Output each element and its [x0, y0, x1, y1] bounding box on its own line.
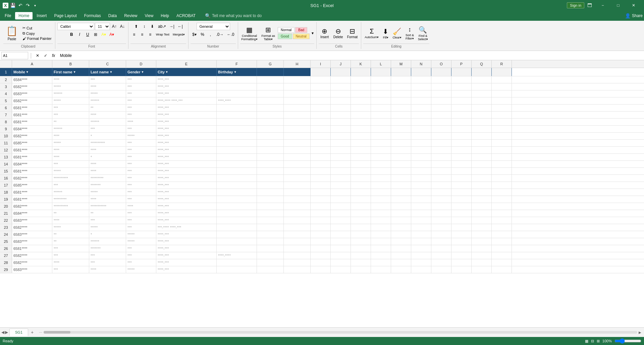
row-num-7[interactable]: 7 [0, 112, 12, 118]
cell-r7-c2[interactable]: **** [89, 112, 126, 118]
cell-r9-c0[interactable]: 6584**** [12, 126, 52, 132]
indent-increase-button[interactable]: →| [168, 23, 176, 30]
cell-r17-c8[interactable] [311, 182, 331, 189]
cell-r25-c7[interactable] [284, 238, 311, 245]
cell-r14-c2[interactable]: **** [89, 161, 126, 167]
cell-r2-c7[interactable] [284, 76, 311, 83]
cell-r17-c9[interactable] [331, 182, 351, 189]
cell-r11-c15[interactable] [451, 140, 472, 146]
cell-r5-c16[interactable] [472, 97, 492, 104]
cell-r16-c1[interactable]: ********** [52, 175, 89, 182]
cell-r21-c11[interactable] [371, 210, 391, 217]
align-middle-button[interactable]: ↕ [141, 23, 148, 30]
cell-r17-c13[interactable] [411, 182, 431, 189]
cell-r18-c13[interactable] [411, 189, 431, 196]
cell-r13-c3[interactable]: *** [126, 154, 156, 160]
row-num-2[interactable]: 2 [0, 76, 12, 83]
cell-r7-c9[interactable] [331, 112, 351, 118]
cell-r12-c4[interactable]: ****-*** [156, 147, 217, 153]
cell-r3-c13[interactable] [411, 83, 431, 90]
row-num-18[interactable]: 18 [0, 189, 12, 196]
cell-r2-c11[interactable] [371, 76, 391, 83]
cell-r12-c7[interactable] [284, 147, 311, 153]
cell-r9-c6[interactable] [257, 126, 284, 132]
row-num-15[interactable]: 15 [0, 168, 12, 175]
cell-r21-c1[interactable]: ** [52, 210, 89, 217]
cell-r23-c10[interactable] [351, 224, 371, 231]
cell-r19-c9[interactable] [331, 196, 351, 203]
cell-r18-c7[interactable] [284, 189, 311, 196]
cell-r24-c10[interactable] [351, 231, 371, 238]
cell-r26-c2[interactable]: ******* [89, 245, 126, 252]
style-bad[interactable]: Bad [295, 27, 307, 33]
cell-r27-c9[interactable] [331, 252, 351, 259]
menu-view[interactable]: View [142, 12, 157, 19]
cell-r24-c2[interactable]: * [89, 231, 126, 238]
cell-r11-c9[interactable] [331, 140, 351, 146]
cell-r14-c0[interactable]: 6584**** [12, 161, 52, 167]
cell-r29-c16[interactable] [472, 266, 492, 273]
cell-r29-c10[interactable] [351, 266, 371, 273]
cell-r12-c14[interactable] [431, 147, 451, 153]
col-header-g[interactable]: G [257, 60, 284, 68]
cell-r4-c13[interactable] [411, 90, 431, 97]
cell-r6-c7[interactable] [284, 105, 311, 111]
cell-r4-c11[interactable] [371, 90, 391, 97]
cell-r25-c8[interactable] [311, 238, 331, 245]
cell-r11-c8[interactable] [311, 140, 331, 146]
cell-r24-c11[interactable] [371, 231, 391, 238]
cell-r14-c7[interactable] [284, 161, 311, 167]
row-num-29[interactable]: 29 [0, 266, 12, 273]
cell-r20-c9[interactable] [331, 203, 351, 210]
cell-r23-c9[interactable] [331, 224, 351, 231]
row-num-4[interactable]: 4 [0, 90, 12, 97]
col-header-i[interactable]: I [311, 60, 331, 68]
cell-r29-c17[interactable] [492, 266, 512, 273]
cell-r15-c6[interactable] [257, 168, 284, 175]
cell-r15-c5[interactable] [217, 168, 257, 175]
cell-r22-c6[interactable] [257, 217, 284, 224]
cell-r29-c2[interactable]: **** [89, 266, 126, 273]
cell-r21-c16[interactable] [472, 210, 492, 217]
cell-r23-c11[interactable] [371, 224, 391, 231]
cancel-formula-button[interactable]: ✕ [34, 52, 41, 59]
cell-r6-c8[interactable] [311, 105, 331, 111]
cell-r16-c8[interactable] [311, 175, 331, 182]
cell-r6-c0[interactable]: 6581**** [12, 105, 52, 111]
cell-r13-c15[interactable] [451, 154, 472, 160]
cell-r4-c2[interactable]: ***** [89, 90, 126, 97]
cell-r28-c16[interactable] [472, 259, 492, 266]
cell-r10-c4[interactable]: ****-*** [156, 133, 217, 139]
cell-r9-c11[interactable] [371, 126, 391, 132]
cell-r13-c8[interactable] [311, 154, 331, 160]
cell-r21-c9[interactable] [331, 210, 351, 217]
row-num-9[interactable]: 9 [0, 126, 12, 132]
cell-r24-c1[interactable]: ** [52, 231, 89, 238]
row-num-27[interactable]: 27 [0, 252, 12, 259]
cell-r20-c13[interactable] [411, 203, 431, 210]
cell-r15-c11[interactable] [371, 168, 391, 175]
cell-r20-c16[interactable] [472, 203, 492, 210]
cell-r13-c14[interactable] [431, 154, 451, 160]
cell-r24-c16[interactable] [472, 231, 492, 238]
cell-r16-c6[interactable] [257, 175, 284, 182]
cell-r18-c17[interactable] [492, 189, 512, 196]
cell-r3-c6[interactable] [257, 83, 284, 90]
quick-save[interactable]: 💾 [10, 3, 16, 8]
cell-r22-c10[interactable] [351, 217, 371, 224]
cell-r2-c14[interactable] [431, 76, 451, 83]
cell-r4-c3[interactable]: *** [126, 90, 156, 97]
cell-r10-c16[interactable] [472, 133, 492, 139]
font-decrease-button[interactable]: A↓ [119, 23, 126, 30]
cell-r28-c0[interactable]: 6582**** [12, 259, 52, 266]
cell-r7-c15[interactable] [451, 112, 472, 118]
col-header-p[interactable]: P [451, 60, 472, 68]
menu-page-layout[interactable]: Page Layout [51, 12, 80, 19]
cell-r29-c14[interactable] [431, 266, 451, 273]
cell-r5-c14[interactable] [431, 97, 451, 104]
cell-r10-c11[interactable] [371, 133, 391, 139]
row-num-26[interactable]: 26 [0, 245, 12, 252]
cell-r14-c13[interactable] [411, 161, 431, 167]
cell-r20-c17[interactable] [492, 203, 512, 210]
cell-r29-c13[interactable] [411, 266, 431, 273]
